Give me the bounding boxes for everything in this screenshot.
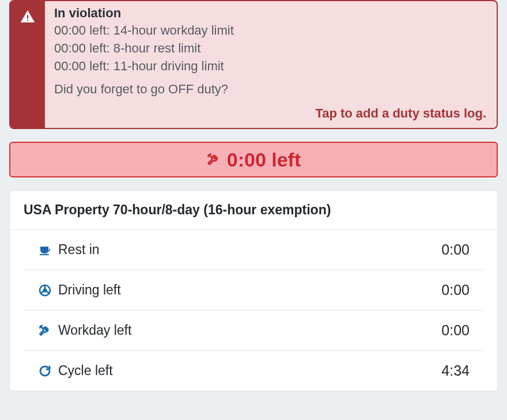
violation-alert-sidebar <box>10 1 45 128</box>
violation-alert-body: In violation 00:00 left: 14-hour workday… <box>45 1 497 128</box>
violation-alert-line: 00:00 left: 8-hour rest limit <box>54 40 486 58</box>
tools-icon <box>37 323 52 338</box>
status-row-left: Driving left <box>37 282 121 298</box>
hos-ruleset-title: USA Property 70-hour/8-day (16-hour exem… <box>10 191 497 230</box>
refresh-icon <box>37 364 52 379</box>
status-label: Cycle left <box>58 363 113 379</box>
tools-icon <box>206 152 221 167</box>
violation-alert-title: In violation <box>54 6 486 21</box>
status-row-left: Workday left <box>37 323 131 338</box>
status-row-cycle[interactable]: Cycle left 4:34 <box>24 351 483 391</box>
cup-icon <box>37 243 52 258</box>
time-left-banner[interactable]: 0:00 left <box>9 142 498 177</box>
svg-point-1 <box>44 289 46 292</box>
status-label: Driving left <box>58 282 121 298</box>
violation-alert-line: 00:00 left: 14-hour workday limit <box>54 22 486 40</box>
status-label: Rest in <box>58 242 100 258</box>
status-row-workday[interactable]: Workday left 0:00 <box>24 311 483 351</box>
add-duty-status-link[interactable]: Tap to add a duty status log. <box>54 106 486 121</box>
violation-alert-line: 00:00 left: 11-hour driving limit <box>54 58 486 75</box>
violation-alert-question: Did you forget to go OFF duty? <box>54 82 486 97</box>
status-row-rest[interactable]: Rest in 0:00 <box>24 230 483 270</box>
status-value: 0:00 <box>441 282 470 298</box>
status-row-left: Cycle left <box>37 363 113 379</box>
steering-wheel-icon <box>37 283 52 298</box>
status-value: 0:00 <box>441 322 470 339</box>
hos-status-list: Rest in 0:00 Driving left 0:00 <box>10 230 497 391</box>
status-label: Workday left <box>58 323 131 338</box>
hos-status-card: USA Property 70-hour/8-day (16-hour exem… <box>9 190 498 391</box>
time-left-text: 0:00 left <box>227 149 301 171</box>
status-value: 4:34 <box>441 362 470 379</box>
status-value: 0:00 <box>441 241 470 258</box>
status-row-driving[interactable]: Driving left 0:00 <box>24 270 483 311</box>
status-row-left: Rest in <box>37 242 100 258</box>
violation-alert[interactable]: In violation 00:00 left: 14-hour workday… <box>9 0 498 129</box>
warning-icon <box>20 9 35 24</box>
